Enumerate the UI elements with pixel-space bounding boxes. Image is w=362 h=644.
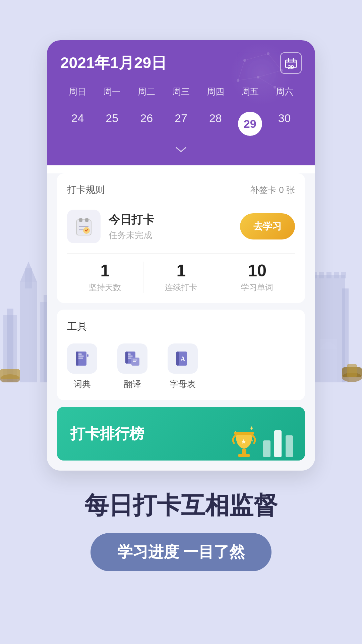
svg-line-28 xyxy=(268,54,282,70)
tool-label-alphabet: 字母表 xyxy=(170,378,196,390)
weekday-thu: 周四 xyxy=(198,83,233,100)
svg-marker-3 xyxy=(20,262,37,282)
svg-rect-15 xyxy=(326,272,331,278)
alphabet-icon-wrap: A xyxy=(168,343,198,374)
weekday-sun: 周日 xyxy=(60,83,95,100)
ranking-title: 打卡排行榜 xyxy=(70,424,144,444)
svg-rect-50 xyxy=(87,354,88,357)
dates-row: 24 25 26 27 28 29 30 xyxy=(60,107,302,141)
tool-translate[interactable]: 翻译 xyxy=(117,343,147,390)
svg-line-32 xyxy=(238,60,245,80)
svg-rect-71 xyxy=(286,435,293,457)
svg-rect-57 xyxy=(133,360,137,361)
stat-consecutive: 1 连续打卡 xyxy=(143,262,219,293)
svg-text:★: ★ xyxy=(241,438,247,445)
date-28[interactable]: 28 xyxy=(198,107,233,141)
svg-rect-70 xyxy=(274,430,282,457)
supplement-text: 补签卡 0 张 xyxy=(250,184,295,196)
calendar-icon-button[interactable]: 29 xyxy=(280,52,302,74)
today-checkin-title: 今日打卡 xyxy=(109,212,154,227)
date-27[interactable]: 27 xyxy=(164,107,198,141)
stats-row: 1 坚持天数 1 连续打卡 10 学习单词 xyxy=(67,253,295,293)
svg-rect-58 xyxy=(133,361,136,362)
tools-card: 工具 词典 xyxy=(57,310,305,400)
stat-num-1: 1 xyxy=(143,262,219,280)
svg-rect-4 xyxy=(25,268,32,288)
svg-rect-68 xyxy=(238,454,250,457)
tool-dictionary[interactable]: 词典 xyxy=(67,343,97,390)
svg-rect-19 xyxy=(342,367,362,377)
sub-slogan-button[interactable]: 学习进度 一目了然 xyxy=(90,533,272,571)
stat-words: 10 学习单词 xyxy=(219,262,295,293)
stat-num-2: 10 xyxy=(219,262,295,280)
date-25[interactable]: 25 xyxy=(95,107,129,141)
svg-text:A: A xyxy=(181,356,185,362)
stat-label-0: 坚持天数 xyxy=(67,282,143,293)
tools-title: 工具 xyxy=(67,320,295,333)
calendar-header: 2021年1月29日 29 周日 周一 周二 周三 周四 周五 周六 24 25 xyxy=(47,40,315,165)
svg-line-29 xyxy=(258,70,282,77)
calendar-chevron[interactable] xyxy=(60,144,302,159)
svg-rect-8 xyxy=(0,369,20,379)
svg-rect-69 xyxy=(263,440,270,457)
dictionary-icon-wrap xyxy=(67,343,97,374)
checkin-rule-title: 打卡规则 xyxy=(67,183,105,196)
tools-grid: 词典 xyxy=(67,343,295,390)
svg-rect-39 xyxy=(85,218,88,222)
ranking-decoration: ✦ ✦ ✦ ★ xyxy=(231,424,295,461)
svg-rect-65 xyxy=(234,432,254,435)
svg-rect-1 xyxy=(7,309,13,382)
svg-rect-38 xyxy=(79,218,82,222)
main-slogan: 每日打卡互相监督 xyxy=(84,491,278,520)
calendar-date-title: 2021年1月29日 xyxy=(60,53,167,73)
svg-rect-49 xyxy=(76,352,78,366)
weekday-mon: 周一 xyxy=(95,83,129,100)
tool-label-translate: 翻译 xyxy=(124,378,141,390)
svg-point-18 xyxy=(342,373,362,382)
svg-rect-20 xyxy=(347,364,357,377)
date-26[interactable]: 26 xyxy=(129,107,164,141)
svg-rect-14 xyxy=(319,272,324,278)
stat-persist-days: 1 坚持天数 xyxy=(67,262,143,293)
svg-line-31 xyxy=(258,77,275,87)
calendar-icon-day: 29 xyxy=(288,64,294,70)
svg-rect-55 xyxy=(125,352,128,364)
tool-alphabet[interactable]: A 字母表 xyxy=(168,343,198,390)
weekday-wed: 周三 xyxy=(164,83,198,100)
translate-icon-wrap xyxy=(117,343,147,374)
checkin-icon xyxy=(67,210,101,243)
svg-rect-60 xyxy=(176,352,179,366)
study-button[interactable]: 去学习 xyxy=(240,213,295,239)
svg-rect-16 xyxy=(334,272,339,278)
task-status: 任务未完成 xyxy=(109,229,154,241)
svg-text:✦: ✦ xyxy=(249,425,254,432)
svg-rect-12 xyxy=(320,339,337,382)
active-date-circle: 29 xyxy=(238,112,262,136)
svg-rect-17 xyxy=(341,272,346,278)
stat-label-2: 学习单词 xyxy=(219,282,295,293)
svg-rect-9 xyxy=(312,275,345,382)
weekday-tue: 周二 xyxy=(129,83,164,100)
date-29-active[interactable]: 29 xyxy=(233,107,267,141)
phone-card: 2021年1月29日 29 周日 周一 周二 周三 周四 周五 周六 24 25 xyxy=(47,40,315,471)
svg-rect-11 xyxy=(342,288,349,382)
date-24[interactable]: 24 xyxy=(60,107,95,141)
svg-rect-37 xyxy=(76,220,91,235)
svg-line-30 xyxy=(238,77,258,80)
date-30[interactable]: 30 xyxy=(267,107,302,141)
svg-rect-2 xyxy=(20,282,37,382)
checkin-card: 打卡规则 补签卡 0 张 xyxy=(57,173,305,303)
ranking-banner[interactable]: 打卡排行榜 ✦ ✦ ✦ ★ xyxy=(57,407,305,461)
stat-label-1: 连续打卡 xyxy=(143,282,219,293)
svg-rect-67 xyxy=(242,449,246,454)
svg-line-27 xyxy=(245,54,268,60)
bottom-section: 每日打卡互相监督 学习进度 一目了然 xyxy=(64,491,298,598)
svg-point-7 xyxy=(0,374,20,382)
stat-num-0: 1 xyxy=(67,262,143,280)
svg-rect-0 xyxy=(3,315,17,382)
content-area: 打卡规则 补签卡 0 张 xyxy=(47,173,315,471)
tool-label-dictionary: 词典 xyxy=(73,378,91,390)
